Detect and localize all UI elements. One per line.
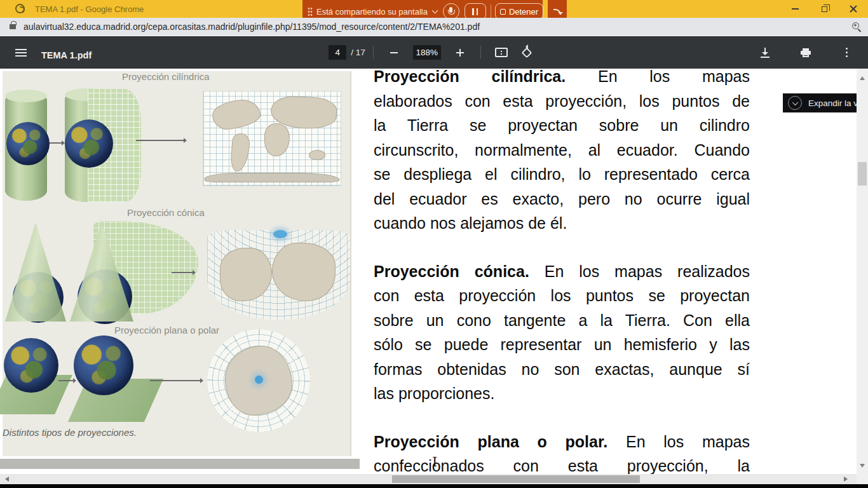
url-text[interactable]: aulavirtual32.educa.madrid.org/cepa.orca… xyxy=(24,22,480,32)
download-button[interactable] xyxy=(757,44,773,61)
globe-illustration xyxy=(4,338,58,393)
divider xyxy=(480,46,481,59)
arrow-icon xyxy=(150,380,202,381)
pdf-toolbar: TEMA 1.pdf 4 / 17 188% xyxy=(0,36,868,69)
expand-notice[interactable]: Expandir la ver xyxy=(783,93,868,112)
zoom-page-icon[interactable] xyxy=(852,22,859,29)
paragraph: Proyección cilíndrica. En los mapaselabo… xyxy=(374,69,750,236)
window-bottom-edge xyxy=(0,484,868,488)
polar-projection-map xyxy=(207,329,310,432)
figure-label-conical: Proyección cónica xyxy=(127,207,205,218)
figure-caption: Distintos tipos de proyecciones. xyxy=(3,427,137,438)
text-line: elaborados con esta proyección, los punt… xyxy=(374,89,750,114)
text-line: sólo se puede representar un hemisferio … xyxy=(374,332,750,357)
restore-button[interactable] xyxy=(810,0,839,18)
restore-icon xyxy=(822,6,827,12)
zoom-in-button[interactable] xyxy=(452,44,468,61)
horizontal-scrollbar-thumb[interactable] xyxy=(392,475,640,483)
expand-chevron-circle xyxy=(788,96,802,110)
scroll-left-arrow[interactable] xyxy=(3,477,9,482)
address-bar: aulavirtual32.educa.madrid.org/cepa.orca… xyxy=(0,18,868,36)
scroll-down-arrow[interactable] xyxy=(860,464,865,470)
vertical-scrollbar[interactable] xyxy=(857,69,868,474)
vertical-scrollbar-thumb[interactable] xyxy=(858,162,867,186)
figure-label-cylindrical: Proyección cilíndrica xyxy=(122,71,210,82)
pdf-favicon-icon xyxy=(15,4,25,13)
paragraph: Proyección cónica. En los mapas realizad… xyxy=(374,259,750,406)
text-line: se despliega el cilindro, lo representad… xyxy=(374,162,750,187)
scroll-up-arrow[interactable] xyxy=(860,74,865,80)
cone-illustration xyxy=(5,222,66,322)
page-total: / 17 xyxy=(351,48,365,57)
globe-illustration xyxy=(6,122,50,165)
rotate-button[interactable] xyxy=(519,44,535,61)
stop-label: Detener xyxy=(509,7,538,17)
minimize-button[interactable] xyxy=(780,0,810,18)
close-button[interactable] xyxy=(839,0,868,18)
page-bottom-strip xyxy=(0,459,360,469)
horizontal-scrollbar[interactable] xyxy=(0,474,857,484)
drag-handle-icon[interactable] xyxy=(308,7,313,16)
text-line: las proporciones. xyxy=(374,381,750,406)
text-line: sobre un cono tangente a la Tierra. Con … xyxy=(374,308,750,333)
pdf-text-column: Proyección cilíndrica. En los mapaselabo… xyxy=(374,69,750,484)
text-line: cuando nos alejamos de él. xyxy=(374,211,750,236)
arrow-icon xyxy=(50,142,64,144)
text-line: formas obtenidas no son exactas, aunque … xyxy=(374,357,750,382)
paragraph: Proyección plana o polar. En los mapasco… xyxy=(374,430,750,478)
arrow-icon xyxy=(172,272,194,273)
text-line: la Tierra se proyectan sobre un cilindro xyxy=(374,113,750,138)
pole-dot xyxy=(255,376,263,384)
conical-projection-map xyxy=(207,230,350,320)
text-line: Proyección cónica. En los mapas realizad… xyxy=(374,259,750,284)
minimize-icon xyxy=(792,8,799,10)
minus-icon xyxy=(390,52,398,53)
arrow-icon xyxy=(58,380,75,381)
globe-illustration xyxy=(65,119,113,168)
text-line: circunscrito, normalmente, al ecuador. C… xyxy=(374,138,750,163)
print-button[interactable] xyxy=(797,44,814,61)
figure-label-planar: Proyección plana o polar xyxy=(114,325,219,336)
text-line: del ecuador es exacto, pero no ocurre ig… xyxy=(374,187,750,212)
zoom-level-input[interactable]: 188% xyxy=(413,45,441,60)
pdf-page: Proyección cilíndrica Proyección cónica xyxy=(0,69,868,484)
arrow-icon xyxy=(136,140,186,141)
print-icon xyxy=(801,48,811,57)
window-title: TEMA 1.pdf - Google Chrome xyxy=(35,4,144,14)
text-cursor: I xyxy=(432,454,437,470)
more-options-button[interactable] xyxy=(838,44,855,61)
close-icon xyxy=(850,5,857,13)
lock-icon[interactable] xyxy=(10,24,16,29)
sharing-message[interactable]: Está compartiendo su pantalla xyxy=(316,7,428,17)
text-line: Proyección cilíndrica. En los mapas xyxy=(374,69,750,89)
scrollbar-corner xyxy=(857,474,868,484)
fit-page-button[interactable] xyxy=(493,44,510,61)
globe-illustration xyxy=(74,336,133,395)
download-icon xyxy=(761,48,770,58)
chevron-down-icon xyxy=(792,99,798,105)
scroll-right-arrow[interactable] xyxy=(844,477,850,482)
fit-page-icon xyxy=(495,48,508,57)
divider xyxy=(491,4,491,18)
kebab-icon xyxy=(846,48,848,57)
cylindrical-projection-map xyxy=(203,91,341,186)
zoom-out-button[interactable] xyxy=(386,44,402,61)
rotate-icon xyxy=(521,47,532,58)
divider xyxy=(373,46,374,59)
text-line: Proyección plana o polar. En los mapas xyxy=(374,430,750,454)
text-line: con esta proyección los puntos se proyec… xyxy=(374,283,750,308)
projections-figure: Proyección cilíndrica Proyección cónica xyxy=(3,71,351,456)
collapse-arrow-icon xyxy=(553,9,561,15)
stop-icon xyxy=(500,9,506,15)
page-number-input[interactable]: 4 xyxy=(329,45,346,60)
plus-icon xyxy=(456,49,464,57)
chevron-down-icon[interactable] xyxy=(431,7,438,13)
